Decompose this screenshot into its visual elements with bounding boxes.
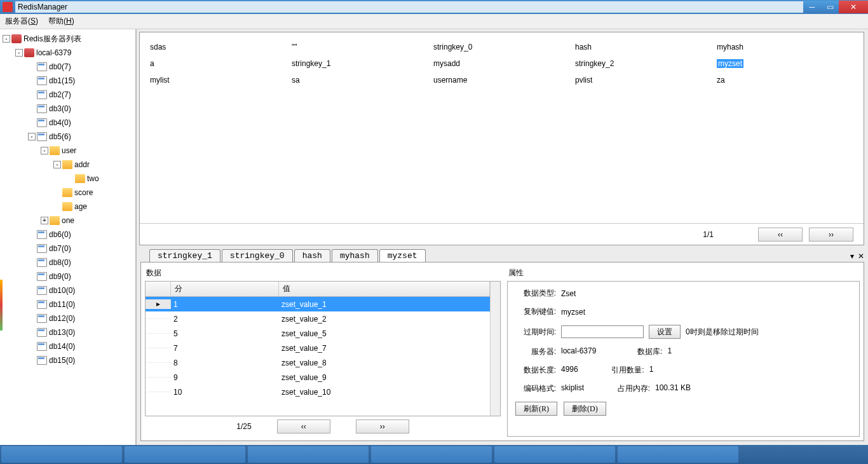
key-grid[interactable]: sdas""stringkey_0hashmyhashastringkey_1m… [140,32,864,223]
tab-dropdown-icon[interactable]: ▾ [850,252,854,261]
expand-toggle[interactable]: + [41,217,48,224]
close-button[interactable]: ✕ [839,1,868,13]
server-icon [24,48,34,57]
prop-server-label: 服务器: [515,346,556,357]
table-row[interactable]: 10zset_value_10 [146,385,490,399]
prop-encoding-value: skiplist [561,383,584,394]
tree-folder[interactable]: age [74,202,87,211]
tab-stringkey_1[interactable]: stringkey_1 [149,249,220,262]
key-cell[interactable]: a [147,55,289,72]
key-cell[interactable]: "" [289,39,431,55]
delete-button[interactable]: 删除(D) [564,402,606,416]
tree-root-label[interactable]: Redis服务器列表 [24,34,81,44]
tree-db[interactable]: db6(0) [49,230,71,239]
key-cell[interactable]: username [431,72,573,88]
taskbar[interactable] [0,445,868,464]
tree-db[interactable]: db1(15) [49,76,75,85]
key-cell[interactable]: hash [573,39,714,55]
table-row[interactable]: 9zset_value_9 [146,370,490,385]
tab-myhash[interactable]: myhash [332,249,378,262]
table-row[interactable]: 5zset_value_5 [146,326,490,341]
tree-db[interactable]: db11(0) [49,300,75,309]
tree-db[interactable]: db4(0) [49,118,71,127]
menu-server[interactable]: 服务器(S) [5,16,38,27]
key-cell[interactable]: stringkey_0 [431,39,573,55]
expire-input[interactable] [561,325,644,338]
menu-help[interactable]: 帮助(H) [48,16,74,27]
prop-refcount-label: 引用数量: [604,365,644,376]
key-cell[interactable]: mylist [147,72,289,88]
scrollbar[interactable] [490,282,500,416]
folder-icon [50,146,60,155]
zset-table[interactable]: 分 值 ▸1zset_value_12zset_value_25zset_val… [145,281,501,416]
tree-db[interactable]: db13(0) [49,328,75,337]
key-cell[interactable]: mysadd [431,55,573,72]
minimize-button[interactable]: ─ [803,1,821,13]
tree-db[interactable]: db10(0) [49,286,75,295]
tree-db[interactable]: db3(0) [49,104,71,113]
tab-close-icon[interactable]: ✕ [858,252,864,261]
tree-folder[interactable]: addr [74,160,90,169]
tree-folder[interactable]: two [87,174,99,183]
tree-connection-label[interactable]: local-6379 [36,48,71,57]
tab-hash[interactable]: hash [294,249,330,262]
tab-stringkey_0[interactable]: stringkey_0 [222,249,293,262]
key-pager: 1/1 ‹‹ ›› [140,223,864,245]
prev-page-button[interactable]: ‹‹ [758,228,803,242]
properties-panel: 数据类型:Zset 复制键值:myzset 过期时间: 设置 0时则是移除过期时… [507,281,860,437]
key-cell[interactable]: stringkey_1 [289,55,431,72]
menubar: 服务器(S) 帮助(H) [0,14,868,29]
col-score[interactable]: 分 [171,282,279,296]
tree-db[interactable]: db15(0) [49,356,75,365]
tree-folder[interactable]: user [62,146,76,155]
tab-myzset[interactable]: myzset [379,249,426,262]
key-cell[interactable]: pvlist [573,72,714,88]
table-row[interactable]: 7zset_value_7 [146,341,490,355]
key-cell[interactable]: za [714,72,856,88]
prop-mem-label: 占用内存: [609,383,650,394]
tree-db[interactable]: db8(0) [49,258,71,267]
tree-db[interactable]: db14(0) [49,342,75,351]
prop-type-value: Zset [561,289,576,298]
next-page-button[interactable]: ›› [809,228,853,242]
key-cell[interactable]: sdas [147,39,289,55]
key-cell[interactable]: stringkey_2 [573,55,714,72]
folder-icon [62,160,72,169]
sidebar: - Redis服务器列表 - local-6379 db0(7) db1(15)… [0,29,137,445]
zset-next-button[interactable]: ›› [356,420,409,433]
tree-db[interactable]: db9(0) [49,272,71,281]
maximize-button[interactable]: ▭ [821,1,839,13]
zset-prev-button[interactable]: ‹‹ [277,420,330,433]
expand-toggle[interactable]: - [15,49,23,57]
folder-icon [62,188,72,197]
db-icon [37,104,47,113]
table-row[interactable]: 8zset_value_8 [146,355,490,370]
expand-toggle[interactable]: - [53,161,61,168]
expand-toggle[interactable]: - [28,133,36,140]
tree-db[interactable]: db7(0) [49,244,71,253]
server-tree[interactable]: - Redis服务器列表 - local-6379 db0(7) db1(15)… [0,32,135,367]
tree-folder[interactable]: one [62,216,74,225]
refresh-button[interactable]: 刷新(R) [515,402,557,416]
key-cell[interactable]: sa [289,72,431,88]
prop-copykey-value[interactable]: myzset [561,308,585,317]
tree-db[interactable]: db0(7) [49,62,71,71]
table-row[interactable]: ▸1zset_value_1 [146,297,490,311]
db-icon [37,356,47,365]
tree-db[interactable]: db5(6) [49,132,71,141]
db-icon [37,328,47,337]
expand-toggle[interactable]: - [3,35,10,43]
expand-toggle[interactable]: - [41,147,48,154]
col-value[interactable]: 值 [279,282,490,296]
db-icon [37,90,47,99]
tree-db[interactable]: db2(7) [49,90,71,99]
prop-expire-label: 过期时间: [515,327,556,338]
set-expire-button[interactable]: 设置 [649,325,681,339]
key-cell[interactable]: myzset [714,55,856,72]
tree-db[interactable]: db12(0) [49,314,75,323]
tree-folder[interactable]: score [74,188,93,197]
table-row[interactable]: 2zset_value_2 [146,311,490,326]
db-icon [37,342,47,351]
key-cell[interactable]: myhash [714,39,856,55]
prop-refcount-value: 1 [649,365,654,376]
